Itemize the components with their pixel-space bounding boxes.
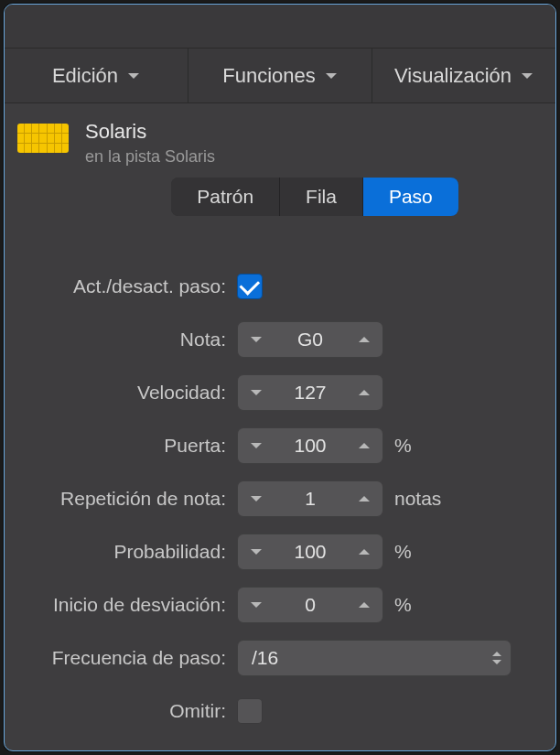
- titlebar: [5, 5, 555, 49]
- field-note-repeat: Repetición de nota: 1 notas: [21, 480, 530, 518]
- stepper-decrement[interactable]: [237, 480, 275, 517]
- label-step-toggle: Act./desact. paso:: [21, 275, 237, 297]
- checkbox-skip[interactable]: [237, 698, 263, 724]
- tab-pattern-label: Patrón: [197, 186, 253, 208]
- value-step-rate: /16: [252, 647, 491, 669]
- value-note[interactable]: G0: [275, 329, 345, 351]
- field-start-offset: Inicio de desviación: 0 %: [21, 586, 530, 624]
- stepper-start-offset[interactable]: 0: [237, 587, 383, 623]
- value-start-offset[interactable]: 0: [275, 594, 345, 616]
- value-gate[interactable]: 100: [275, 435, 345, 457]
- stepper-gate[interactable]: 100: [237, 427, 383, 464]
- value-velocity[interactable]: 127: [275, 382, 345, 404]
- menu-functions[interactable]: Funciones: [188, 49, 372, 102]
- label-skip: Omitir:: [21, 700, 237, 722]
- inspector-window: Edición Funciones Visualización Solaris: [4, 4, 556, 751]
- label-gate: Puerta:: [21, 435, 237, 457]
- context-text: Solaris en la pista Solaris Patrón Fila …: [85, 120, 544, 236]
- tabs-row: Patrón Fila Paso: [85, 167, 544, 236]
- value-probability[interactable]: 100: [275, 541, 345, 563]
- tab-segmented-control: Patrón Fila Paso: [171, 178, 458, 216]
- menu-view[interactable]: Visualización: [372, 49, 555, 102]
- stepper-note[interactable]: G0: [237, 321, 383, 358]
- select-step-rate[interactable]: /16: [237, 640, 512, 676]
- stepper-decrement[interactable]: [237, 587, 275, 623]
- stepper-probability[interactable]: 100: [237, 534, 383, 570]
- tab-row-label: Fila: [306, 186, 337, 208]
- tab-step-label: Paso: [389, 186, 433, 208]
- label-start-offset: Inicio de desviación:: [21, 594, 237, 616]
- label-note: Nota:: [21, 329, 237, 351]
- suffix-note-repeat: notas: [394, 488, 441, 510]
- stepper-note-repeat[interactable]: 1: [237, 480, 383, 517]
- tab-row[interactable]: Fila: [280, 178, 363, 216]
- inspector-form: Act./desact. paso: Nota: G0 Velocidad: 1…: [5, 245, 555, 751]
- field-gate: Puerta: 100 %: [21, 426, 530, 465]
- tab-step[interactable]: Paso: [363, 178, 458, 216]
- suffix-probability: %: [394, 541, 412, 563]
- region-name: Solaris: [85, 120, 544, 144]
- stepper-increment[interactable]: [345, 587, 383, 623]
- context-header: Solaris en la pista Solaris Patrón Fila …: [5, 103, 555, 245]
- stepper-increment[interactable]: [345, 480, 383, 517]
- label-step-rate: Frecuencia de paso:: [21, 647, 237, 669]
- field-note: Nota: G0: [21, 320, 530, 359]
- value-note-repeat[interactable]: 1: [275, 488, 345, 510]
- menu-edit-label: Edición: [52, 64, 118, 88]
- chevron-down-icon: [521, 70, 533, 82]
- menu-view-label: Visualización: [394, 64, 512, 88]
- stepper-increment[interactable]: [345, 534, 383, 570]
- field-probability: Probabilidad: 100 %: [21, 533, 530, 571]
- field-step-toggle: Act./desact. paso:: [21, 267, 530, 306]
- suffix-start-offset: %: [394, 594, 412, 616]
- label-probability: Probabilidad:: [21, 541, 237, 563]
- chevron-down-icon: [127, 70, 140, 82]
- pattern-region-icon: [17, 124, 69, 153]
- label-velocity: Velocidad:: [21, 382, 237, 404]
- menu-edit[interactable]: Edición: [5, 49, 188, 102]
- field-step-rate: Frecuencia de paso: /16: [21, 639, 530, 677]
- stepper-velocity[interactable]: 127: [237, 374, 383, 411]
- stepper-decrement[interactable]: [237, 427, 275, 464]
- checkbox-step-toggle[interactable]: [237, 274, 263, 299]
- field-skip: Omitir:: [21, 692, 530, 730]
- region-subtitle: en la pista Solaris: [85, 147, 544, 167]
- menubar: Edición Funciones Visualización: [5, 49, 555, 103]
- stepper-decrement[interactable]: [237, 534, 275, 570]
- chevron-down-icon: [325, 70, 338, 82]
- label-note-repeat: Repetición de nota:: [21, 488, 237, 510]
- field-velocity: Velocidad: 127: [21, 373, 530, 412]
- menu-functions-label: Funciones: [222, 64, 316, 88]
- updown-icon: [491, 651, 502, 665]
- suffix-gate: %: [394, 435, 412, 457]
- stepper-decrement[interactable]: [237, 321, 275, 358]
- stepper-increment[interactable]: [345, 374, 383, 411]
- tab-pattern[interactable]: Patrón: [171, 178, 280, 216]
- stepper-increment[interactable]: [345, 427, 383, 464]
- stepper-decrement[interactable]: [237, 374, 275, 411]
- stepper-increment[interactable]: [345, 321, 383, 358]
